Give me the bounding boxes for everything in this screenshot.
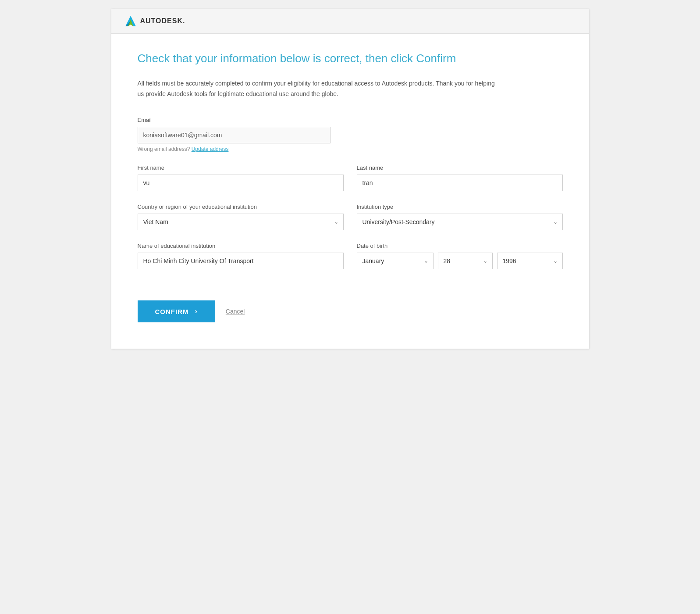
section-divider: [138, 287, 563, 287]
wrong-email-hint: Wrong email address? Update address: [138, 146, 563, 152]
email-input[interactable]: [138, 127, 330, 143]
header: AUTODESK.: [111, 9, 589, 34]
dob-selects: January February March April May June Ju…: [357, 253, 563, 269]
confirm-label: CONFIRM: [155, 308, 189, 315]
logo-text: AUTODESK.: [140, 17, 185, 25]
dob-day-select[interactable]: 28: [438, 253, 493, 269]
dob-month-wrapper: January February March April May June Ju…: [357, 253, 434, 269]
country-select[interactable]: Viet Nam: [138, 214, 344, 230]
page-description: All fields must be accurately completed …: [138, 79, 497, 100]
dob-group: Date of birth January February March Apr…: [357, 243, 563, 269]
last-name-label: Last name: [357, 164, 563, 171]
dob-year-select[interactable]: 1996: [497, 253, 563, 269]
first-name-group: First name: [138, 164, 344, 191]
country-select-wrapper: Viet Nam ⌄: [138, 214, 344, 230]
logo-container: AUTODESK.: [124, 15, 185, 27]
country-institution-row: Country or region of your educational in…: [138, 203, 563, 230]
country-group: Country or region of your educational in…: [138, 203, 344, 230]
page-title: Check that your information below is cor…: [138, 51, 563, 66]
confirm-arrow-icon: ›: [195, 307, 198, 315]
institution-name-label: Name of educational institution: [138, 243, 344, 249]
dob-year-wrapper: 1996 ⌄: [497, 253, 563, 269]
name-row: First name Last name: [138, 164, 563, 191]
dob-day-wrapper: 28 ⌄: [438, 253, 493, 269]
page-wrapper: AUTODESK. Check that your information be…: [111, 9, 589, 349]
dob-month-select[interactable]: January February March April May June Ju…: [357, 253, 434, 269]
institution-type-group: Institution type University/Post-Seconda…: [357, 203, 563, 230]
institution-name-input[interactable]: [138, 253, 344, 269]
institution-type-select-wrapper: University/Post-Secondary ⌄: [357, 214, 563, 230]
autodesk-logo-icon: [124, 15, 137, 27]
first-name-input[interactable]: [138, 175, 344, 191]
main-content: Check that your information below is cor…: [111, 34, 589, 349]
cancel-button[interactable]: Cancel: [226, 308, 245, 315]
email-section: Email Wrong email address? Update addres…: [138, 117, 563, 152]
institution-name-group: Name of educational institution: [138, 243, 344, 269]
institution-dob-row: Name of educational institution Date of …: [138, 243, 563, 269]
country-label: Country or region of your educational in…: [138, 203, 344, 210]
bottom-actions: CONFIRM › Cancel: [138, 300, 563, 322]
institution-type-select[interactable]: University/Post-Secondary: [357, 214, 563, 230]
confirm-button[interactable]: CONFIRM ›: [138, 300, 215, 322]
institution-type-label: Institution type: [357, 203, 563, 210]
update-address-link[interactable]: Update address: [192, 146, 229, 152]
last-name-input[interactable]: [357, 175, 563, 191]
last-name-group: Last name: [357, 164, 563, 191]
first-name-label: First name: [138, 164, 344, 171]
dob-label: Date of birth: [357, 243, 563, 249]
email-label: Email: [138, 117, 563, 123]
